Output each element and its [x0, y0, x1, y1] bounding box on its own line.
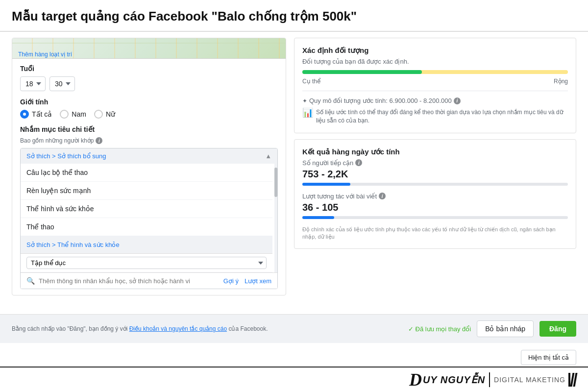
footer-link[interactable]: Điều khoản và nguyên tắc quảng cáo — [129, 325, 227, 332]
search-bar: 🔍 Gợi ý Lượt xem — [21, 272, 277, 289]
gender-all-radio[interactable] — [20, 110, 29, 119]
info-note-text: Số liệu ước tính có thể thay đổi đáng kể… — [316, 108, 568, 125]
results-card-title: Kết quả hàng ngày ước tính — [302, 147, 568, 156]
size-icon: ✦ — [302, 98, 307, 104]
targeting-label: Nhắm mục tiêu chi tiết — [20, 125, 278, 133]
show-all-button[interactable]: Hiện thị tất cả — [521, 350, 576, 365]
gender-label: Giới tính — [20, 98, 278, 106]
scrollbar-thumb[interactable] — [274, 168, 277, 197]
logo-divider — [489, 372, 490, 387]
size-stat: ✦ Quy mô đối tượng ước tính: 6.900.000 -… — [302, 97, 568, 104]
footer-text: Bằng cách nhấp vào "Đăng", bạn đồng ý vớ… — [12, 325, 408, 332]
gender-female-label: Nữ — [106, 110, 115, 118]
add-locations-link[interactable]: Thêm hàng loạt vị trí — [18, 51, 72, 58]
engagement-info-icon: i — [379, 193, 386, 199]
saved-indicator: ✓ Đã lưu mọi thay đổi — [408, 325, 471, 333]
list-item[interactable]: Rèn luyện sức mạnh — [21, 182, 272, 200]
bottom-logo: D UY NGUYỄN Digital Maketing — [0, 367, 588, 392]
reach-bar-fill — [302, 183, 350, 186]
audience-card: Xác định đối tượng Đối tượng của bạn đã … — [294, 38, 576, 133]
logo-container: D UY NGUYỄN Digital Maketing — [409, 371, 576, 389]
results-note: Độ chính xác của số liệu ước tính phụ th… — [302, 226, 568, 241]
audience-label-left: Cụ thể — [302, 78, 320, 85]
audience-bar-fill — [302, 70, 422, 74]
gender-female-option[interactable]: Nữ — [94, 110, 115, 119]
info-icon: i — [96, 137, 102, 144]
gender-row: Tất cả Nam Nữ — [20, 110, 278, 119]
search-icon: 🔍 — [26, 277, 35, 285]
age-row: 1819202530 3035404550 — [20, 76, 278, 91]
engagement-bar-fill — [302, 216, 334, 219]
gender-male-option[interactable]: Nam — [60, 110, 86, 119]
gender-all-option[interactable]: Tất cả — [20, 110, 52, 119]
audience-bar-bg — [302, 70, 568, 74]
item-with-select: Tập thể dục — [21, 254, 272, 272]
scrollbar-track[interactable] — [274, 164, 277, 272]
logo-subtitle: Digital Maketing — [494, 376, 565, 384]
audience-card-title: Xác định đối tượng — [302, 46, 568, 55]
map-area: Thêm hàng loạt vị trí — [12, 38, 286, 59]
chart-icon: 📊 — [302, 107, 313, 118]
page-title: Mẫu target quảng cáo Facebook "Balo chốn… — [0, 0, 588, 32]
reach-info-icon: i — [355, 159, 362, 166]
info-note-row: 📊 Số liệu ước tính có thể thay đổi đáng … — [302, 108, 568, 125]
logo-name: UY NGUYỄN — [423, 374, 485, 386]
audience-bar-container — [302, 70, 568, 74]
footer-bar: Bằng cách nhấp vào "Đăng", bạn đồng ý vớ… — [0, 314, 588, 343]
engagement-value: 36 - 105 — [302, 202, 568, 213]
audience-label-right: Rộng — [554, 78, 568, 85]
gender-male-label: Nam — [72, 110, 86, 118]
right-panel: Xác định đối tượng Đối tượng của bạn đã … — [294, 38, 576, 295]
reach-metric: Số người tiếp cận i 753 - 2,2K — [302, 159, 568, 186]
search-actions: Gợi ý Lượt xem — [223, 277, 271, 285]
audience-card-subtitle: Đối tượng của bạn đã được xác định. — [302, 58, 568, 65]
engagement-metric: Lượt tương tác với bài viết i 36 - 105 — [302, 193, 568, 219]
footer-actions: ✓ Đã lưu mọi thay đổi Bỏ bản nháp Đăng — [408, 320, 576, 337]
age-max-select[interactable]: 3035404550 — [49, 76, 75, 91]
show-all-section: Hiện thị tất cả — [521, 350, 576, 365]
size-info-icon: i — [454, 98, 461, 104]
age-label: Tuổi — [20, 65, 278, 73]
goi-y-button[interactable]: Gợi ý — [223, 277, 239, 285]
list-item[interactable]: Thể thao — [21, 218, 272, 236]
targeting-section: Nhắm mục tiêu chi tiết Bao gồm những ngư… — [20, 125, 278, 289]
list-item[interactable]: Câu lạc bộ thể thao — [21, 164, 272, 182]
reach-value: 753 - 2,2K — [302, 169, 568, 180]
results-card: Kết quả hàng ngày ước tính Số người tiếp… — [294, 139, 576, 249]
list-item[interactable]: Thể hình và sức khỏe — [21, 200, 272, 218]
check-icon: ✓ — [408, 325, 414, 333]
targeting-dropdown: Sở thích > Sở thích bổ sung ▲ Câu lạc bộ… — [20, 148, 278, 289]
publish-button[interactable]: Đăng — [539, 321, 576, 337]
draft-button[interactable]: Bỏ bản nháp — [477, 320, 534, 337]
age-min-select[interactable]: 1819202530 — [20, 76, 46, 91]
targeting-sublabel: Bao gồm những người khớp i — [20, 137, 278, 144]
scroll-up-icon: ▲ — [265, 152, 271, 160]
dropdown-items-list: Câu lạc bộ thể thao Rèn luyện sức mạnh T… — [21, 164, 277, 272]
gender-male-radio[interactable] — [60, 110, 69, 119]
category1-header: Sở thích > Sở thích bổ sung ▲ — [21, 148, 277, 164]
category2-header: Sở thích > Thể hình và sức khỏe — [21, 236, 272, 254]
size-text: Quy mô đối tượng ước tính: 6.900.000 - 8… — [309, 97, 452, 104]
gender-all-label: Tất cả — [32, 110, 52, 118]
logo-d: D — [409, 371, 422, 389]
gender-female-radio[interactable] — [94, 110, 103, 119]
engagement-label: Lượt tương tác với bài viết i — [302, 193, 568, 200]
luot-xem-button[interactable]: Lượt xem — [245, 277, 271, 285]
logo-stripes — [568, 373, 576, 387]
engagement-bar-bg — [302, 216, 568, 219]
reach-bar-bg — [302, 183, 568, 186]
left-panel: Thêm hàng loạt vị trí Tuổi 1819202530 30… — [12, 38, 286, 295]
reach-label: Số người tiếp cận i — [302, 159, 568, 167]
search-input[interactable] — [39, 277, 220, 285]
audience-labels: Cụ thể Rộng — [302, 78, 568, 85]
taptheduc-select[interactable]: Tập thể dục — [26, 257, 267, 269]
divider — [302, 91, 568, 91]
